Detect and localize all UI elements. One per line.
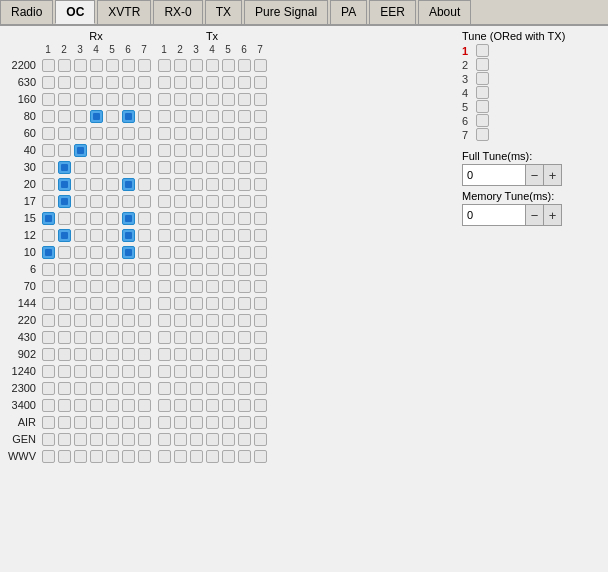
rx-checkbox-70-7[interactable]	[138, 280, 151, 293]
tx-checkbox-902-1[interactable]	[158, 348, 171, 361]
rx-checkbox-12-3[interactable]	[74, 229, 87, 242]
rx-checkbox-12-2[interactable]	[58, 229, 71, 242]
tx-checkbox-80-4[interactable]	[206, 110, 219, 123]
rx-checkbox-144-1[interactable]	[42, 297, 55, 310]
tx-checkbox-902-3[interactable]	[190, 348, 203, 361]
tx-checkbox-1240-3[interactable]	[190, 365, 203, 378]
rx-checkbox-70-5[interactable]	[106, 280, 119, 293]
rx-checkbox-10-4[interactable]	[90, 246, 103, 259]
tx-checkbox-15-1[interactable]	[158, 212, 171, 225]
tx-checkbox-GEN-5[interactable]	[222, 433, 235, 446]
rx-checkbox-902-2[interactable]	[58, 348, 71, 361]
rx-checkbox-17-1[interactable]	[42, 195, 55, 208]
rx-checkbox-AIR-3[interactable]	[74, 416, 87, 429]
tx-checkbox-10-1[interactable]	[158, 246, 171, 259]
rx-checkbox-630-6[interactable]	[122, 76, 135, 89]
rx-checkbox-2200-6[interactable]	[122, 59, 135, 72]
tx-checkbox-80-5[interactable]	[222, 110, 235, 123]
rx-checkbox-20-4[interactable]	[90, 178, 103, 191]
tx-checkbox-1240-1[interactable]	[158, 365, 171, 378]
tx-checkbox-1240-2[interactable]	[174, 365, 187, 378]
rx-checkbox-1240-6[interactable]	[122, 365, 135, 378]
rx-checkbox-GEN-6[interactable]	[122, 433, 135, 446]
rx-checkbox-15-3[interactable]	[74, 212, 87, 225]
tx-checkbox-144-7[interactable]	[254, 297, 267, 310]
tx-checkbox-220-3[interactable]	[190, 314, 203, 327]
tx-checkbox-30-2[interactable]	[174, 161, 187, 174]
rx-checkbox-902-1[interactable]	[42, 348, 55, 361]
rx-checkbox-WWV-5[interactable]	[106, 450, 119, 463]
tx-checkbox-630-4[interactable]	[206, 76, 219, 89]
rx-checkbox-12-7[interactable]	[138, 229, 151, 242]
rx-checkbox-6-1[interactable]	[42, 263, 55, 276]
tx-checkbox-20-6[interactable]	[238, 178, 251, 191]
tx-checkbox-WWV-6[interactable]	[238, 450, 251, 463]
tx-checkbox-30-1[interactable]	[158, 161, 171, 174]
tx-checkbox-902-4[interactable]	[206, 348, 219, 361]
rx-checkbox-WWV-4[interactable]	[90, 450, 103, 463]
rx-checkbox-430-2[interactable]	[58, 331, 71, 344]
tx-checkbox-40-2[interactable]	[174, 144, 187, 157]
tx-checkbox-220-7[interactable]	[254, 314, 267, 327]
tx-checkbox-144-5[interactable]	[222, 297, 235, 310]
tx-checkbox-70-1[interactable]	[158, 280, 171, 293]
rx-checkbox-160-7[interactable]	[138, 93, 151, 106]
rx-checkbox-1240-4[interactable]	[90, 365, 103, 378]
tx-checkbox-3400-4[interactable]	[206, 399, 219, 412]
tx-checkbox-WWV-4[interactable]	[206, 450, 219, 463]
rx-checkbox-70-1[interactable]	[42, 280, 55, 293]
tx-checkbox-6-7[interactable]	[254, 263, 267, 276]
tx-checkbox-12-1[interactable]	[158, 229, 171, 242]
rx-checkbox-70-4[interactable]	[90, 280, 103, 293]
rx-checkbox-144-6[interactable]	[122, 297, 135, 310]
tx-checkbox-2200-6[interactable]	[238, 59, 251, 72]
rx-checkbox-40-4[interactable]	[90, 144, 103, 157]
tx-checkbox-40-7[interactable]	[254, 144, 267, 157]
tx-checkbox-AIR-7[interactable]	[254, 416, 267, 429]
tx-checkbox-902-2[interactable]	[174, 348, 187, 361]
full-tune-increment[interactable]: +	[543, 165, 561, 185]
rx-checkbox-2300-4[interactable]	[90, 382, 103, 395]
tx-checkbox-12-7[interactable]	[254, 229, 267, 242]
tx-checkbox-430-2[interactable]	[174, 331, 187, 344]
rx-checkbox-GEN-7[interactable]	[138, 433, 151, 446]
tx-checkbox-2300-3[interactable]	[190, 382, 203, 395]
tx-checkbox-60-4[interactable]	[206, 127, 219, 140]
tx-checkbox-1240-7[interactable]	[254, 365, 267, 378]
tx-checkbox-902-7[interactable]	[254, 348, 267, 361]
rx-checkbox-80-5[interactable]	[106, 110, 119, 123]
rx-checkbox-902-6[interactable]	[122, 348, 135, 361]
rx-checkbox-1240-1[interactable]	[42, 365, 55, 378]
tx-checkbox-WWV-1[interactable]	[158, 450, 171, 463]
rx-checkbox-17-5[interactable]	[106, 195, 119, 208]
tx-checkbox-WWV-5[interactable]	[222, 450, 235, 463]
tx-checkbox-30-4[interactable]	[206, 161, 219, 174]
rx-checkbox-AIR-5[interactable]	[106, 416, 119, 429]
rx-checkbox-70-3[interactable]	[74, 280, 87, 293]
rx-checkbox-3400-4[interactable]	[90, 399, 103, 412]
rx-checkbox-220-6[interactable]	[122, 314, 135, 327]
rx-checkbox-430-7[interactable]	[138, 331, 151, 344]
tx-checkbox-3400-5[interactable]	[222, 399, 235, 412]
rx-checkbox-902-3[interactable]	[74, 348, 87, 361]
tx-checkbox-15-2[interactable]	[174, 212, 187, 225]
rx-checkbox-AIR-7[interactable]	[138, 416, 151, 429]
rx-checkbox-630-4[interactable]	[90, 76, 103, 89]
rx-checkbox-630-1[interactable]	[42, 76, 55, 89]
tx-checkbox-40-3[interactable]	[190, 144, 203, 157]
rx-checkbox-60-5[interactable]	[106, 127, 119, 140]
rx-checkbox-GEN-5[interactable]	[106, 433, 119, 446]
rx-checkbox-15-5[interactable]	[106, 212, 119, 225]
rx-checkbox-30-2[interactable]	[58, 161, 71, 174]
tx-checkbox-15-3[interactable]	[190, 212, 203, 225]
tx-checkbox-430-6[interactable]	[238, 331, 251, 344]
rx-checkbox-20-1[interactable]	[42, 178, 55, 191]
rx-checkbox-2300-6[interactable]	[122, 382, 135, 395]
rx-checkbox-20-5[interactable]	[106, 178, 119, 191]
tx-checkbox-40-1[interactable]	[158, 144, 171, 157]
tx-checkbox-70-5[interactable]	[222, 280, 235, 293]
tx-checkbox-AIR-4[interactable]	[206, 416, 219, 429]
rx-checkbox-GEN-3[interactable]	[74, 433, 87, 446]
rx-checkbox-2200-5[interactable]	[106, 59, 119, 72]
tx-checkbox-2300-1[interactable]	[158, 382, 171, 395]
